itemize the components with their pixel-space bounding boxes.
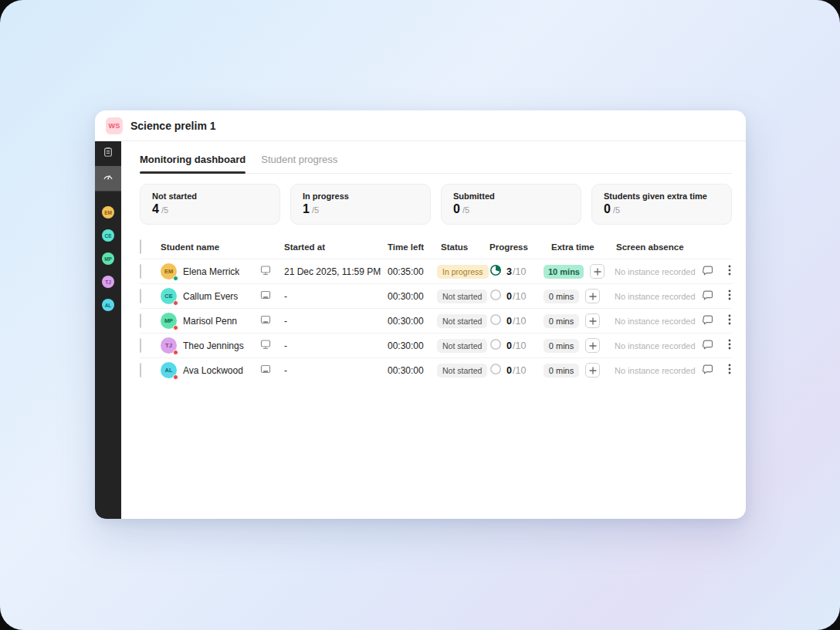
screen-absence-value: No instance recorded <box>605 267 696 276</box>
stat-card-extra-time: Students given extra time 0/5 <box>591 184 732 225</box>
sidebar-avatar[interactable]: AL <box>102 299 114 311</box>
icon-sidebar: EM CE MP TJ AL <box>95 141 121 519</box>
select-all-checkbox[interactable] <box>140 239 141 254</box>
tab-monitoring-dashboard[interactable]: Monitoring dashboard <box>140 154 246 173</box>
status-badge: Not started <box>437 290 487 303</box>
screen-absence-value: No instance recorded <box>605 366 696 375</box>
row-menu-button[interactable] <box>721 313 738 329</box>
stat-label: Students given extra time <box>604 191 720 201</box>
progress-value: 0 <box>506 316 512 327</box>
add-extra-time-button[interactable] <box>590 264 605 279</box>
kebab-icon <box>728 289 731 304</box>
workspace-badge: WS <box>106 117 123 134</box>
stat-value: 1 <box>303 202 310 216</box>
status-badge: In progress <box>437 265 489 279</box>
row-checkbox[interactable] <box>140 289 141 303</box>
kebab-icon <box>728 338 731 354</box>
avatar: TJ <box>161 337 177 354</box>
window-header: WS Science prelim 1 <box>95 110 746 141</box>
stat-value: 0 <box>453 202 460 216</box>
row-checkbox[interactable] <box>140 363 141 378</box>
kebab-icon <box>728 313 731 329</box>
stat-card-in-progress: In progress 1/5 <box>290 184 431 225</box>
sidebar-avatar[interactable]: CE <box>102 229 114 242</box>
avatar: MP <box>161 313 177 329</box>
row-menu-button[interactable] <box>721 289 738 304</box>
stat-card-submitted: Submitted 0/5 <box>441 184 581 225</box>
chat-icon <box>702 264 714 279</box>
chat-button[interactable] <box>696 363 721 378</box>
sidebar-avatar[interactable]: MP <box>102 252 114 265</box>
presence-dot <box>173 374 178 380</box>
progress-pie-icon <box>489 338 502 354</box>
clipboard-icon <box>103 147 113 161</box>
stat-label: Not started <box>152 191 268 201</box>
sidebar-item-monitoring[interactable] <box>95 166 121 191</box>
extra-time-badge: 10 mins <box>544 265 584 279</box>
col-header-started-at: Started at <box>283 242 386 252</box>
avatar: AL <box>161 362 177 378</box>
student-name: Ava Lockwood <box>183 365 243 376</box>
add-extra-time-button[interactable] <box>585 338 600 353</box>
extra-time-badge: 0 mins <box>544 290 579 303</box>
stat-label: Submitted <box>453 191 569 201</box>
stat-value: 4 <box>152 202 159 216</box>
chat-button[interactable] <box>696 289 721 304</box>
status-badge: Not started <box>437 364 487 378</box>
desktop-icon <box>259 264 272 279</box>
progress-total: /10 <box>513 316 526 327</box>
row-checkbox[interactable] <box>140 264 141 279</box>
chat-button[interactable] <box>696 264 721 279</box>
sidebar-nav <box>95 141 121 191</box>
progress-value: 0 <box>506 291 512 302</box>
row-checkbox[interactable] <box>140 313 141 328</box>
kebab-icon <box>728 363 731 378</box>
chat-button[interactable] <box>696 338 721 354</box>
students-table: Student name Started at Time left Status… <box>140 235 732 382</box>
table-row: MP Marisol Penn - 00:30:00 Not started <box>140 308 732 333</box>
started-at-value: - <box>283 316 386 327</box>
time-left-value: 00:35:00 <box>386 266 431 277</box>
row-menu-button[interactable] <box>721 338 738 354</box>
table-row: CE Callum Evers - 00:30:00 Not started <box>140 283 732 308</box>
status-badge: Not started <box>437 339 487 353</box>
screen-absence-value: No instance recorded <box>605 317 696 326</box>
sidebar-item-exam[interactable] <box>95 141 121 166</box>
progress-pie-icon <box>489 289 502 304</box>
student-name: Callum Evers <box>183 291 238 302</box>
status-badge: Not started <box>437 314 487 328</box>
student-name: Marisol Penn <box>183 316 237 327</box>
stat-total: /5 <box>613 205 620 215</box>
stat-total: /5 <box>161 205 168 215</box>
chat-icon <box>702 289 714 304</box>
progress-value: 0 <box>506 365 512 376</box>
row-checkbox[interactable] <box>140 338 141 353</box>
stat-label: In progress <box>303 191 418 201</box>
desktop-icon <box>259 338 272 354</box>
student-name: Elena Merrick <box>183 266 239 277</box>
chat-icon <box>702 338 714 354</box>
col-header-screen-absence: Screen absence <box>605 242 689 252</box>
time-left-value: 00:30:00 <box>386 316 431 327</box>
add-extra-time-button[interactable] <box>585 313 600 328</box>
sidebar-avatar[interactable]: EM <box>102 206 114 218</box>
row-menu-button[interactable] <box>721 264 738 279</box>
screen-absence-value: No instance recorded <box>605 341 696 351</box>
add-extra-time-button[interactable] <box>585 363 600 378</box>
sidebar-avatar[interactable]: TJ <box>102 276 114 288</box>
progress-pie-icon <box>489 363 502 378</box>
tab-student-progress[interactable]: Student progress <box>261 154 337 173</box>
started-at-value: 21 Dec 2025, 11:59 PM <box>283 266 386 277</box>
started-at-value: - <box>283 340 386 351</box>
add-extra-time-button[interactable] <box>585 289 600 303</box>
time-left-value: 00:30:00 <box>386 365 431 376</box>
col-header-student-name: Student name <box>161 242 259 252</box>
chat-button[interactable] <box>696 313 721 329</box>
kebab-icon <box>728 264 731 279</box>
row-menu-button[interactable] <box>721 363 738 378</box>
started-at-value: - <box>283 291 386 302</box>
stat-total: /5 <box>462 205 469 215</box>
table-row: EM Elena Merrick 21 Dec 2025, 11:59 PM 0… <box>140 259 732 283</box>
time-left-value: 00:30:00 <box>386 340 431 351</box>
laptop-icon <box>259 313 272 329</box>
